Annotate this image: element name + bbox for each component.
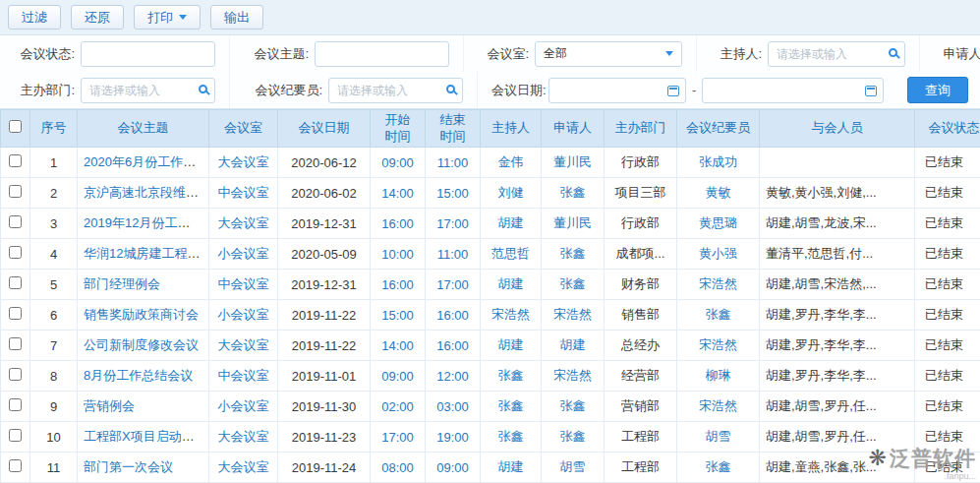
cell-applicant: 张鑫 — [542, 422, 605, 453]
cell-department: 工程部 — [605, 453, 677, 483]
meeting-subject-link[interactable]: 2020年6月份工作总结 — [84, 154, 208, 169]
meeting-subject-link[interactable]: 8月份工作总结会议 — [84, 368, 193, 383]
table-row: 9营销例会小会议室2019-11-3002:0003:00张鑫张鑫营销部宋浩然胡… — [1, 392, 980, 422]
export-button[interactable]: 输出 — [210, 5, 263, 30]
cell-subject[interactable]: 工程部X项目启动会议 — [78, 422, 209, 453]
query-button[interactable]: 查询 — [907, 77, 968, 103]
cell-subject[interactable]: 公司新制度修改会议 — [78, 331, 209, 361]
row-checkbox[interactable] — [9, 368, 22, 381]
row-checkbox[interactable] — [9, 276, 22, 289]
host-input[interactable] — [768, 41, 905, 67]
cell-seq: 6 — [30, 300, 78, 331]
cell-host: 胡建 — [481, 453, 542, 483]
meeting-subject-label: 会议主题: — [244, 45, 315, 63]
meeting-date-to-input[interactable] — [702, 78, 884, 103]
cell-start: 09:00 — [371, 148, 426, 178]
cell-date: 2019-11-30 — [278, 392, 371, 422]
meeting-subject-link[interactable]: 京沪高速北京段维修工程 — [84, 185, 209, 200]
header-start-time: 开始时间 — [371, 110, 426, 148]
row-checkbox-cell — [1, 270, 30, 300]
date-range-separator: - — [686, 83, 702, 97]
row-checkbox[interactable] — [9, 215, 22, 228]
department-input[interactable] — [81, 78, 215, 103]
meeting-subject-link[interactable]: 华润12城房建工程项目 — [84, 246, 209, 261]
cell-seq: 1 — [30, 148, 78, 178]
meeting-subject-input[interactable] — [315, 41, 449, 67]
cell-department: 总经办 — [605, 331, 677, 361]
row-checkbox[interactable] — [9, 307, 22, 320]
cell-subject[interactable]: 销售奖励政策商讨会 — [78, 300, 209, 331]
meeting-subject-link[interactable]: 部门经理例会 — [84, 276, 160, 291]
cell-room: 大会议室 — [209, 148, 278, 178]
cell-subject[interactable]: 华润12城房建工程项目 — [78, 239, 209, 270]
cell-subject[interactable]: 2019年12月份工作总结 — [78, 209, 209, 239]
row-checkbox[interactable] — [9, 429, 22, 442]
cell-applicant: 张鑫 — [542, 270, 605, 300]
cell-end: 15:00 — [426, 178, 481, 209]
search-icon[interactable] — [446, 85, 455, 93]
cell-department: 项目三部 — [605, 178, 677, 209]
cell-applicant: 胡雪 — [542, 453, 605, 483]
filter-meeting-status: 会议状态: — [10, 35, 230, 72]
meeting-subject-link[interactable]: 工程部X项目启动会议 — [84, 429, 207, 444]
cell-applicant: 董川民 — [542, 209, 605, 239]
meeting-date-from-input[interactable] — [548, 78, 686, 103]
meeting-status-input[interactable] — [81, 41, 215, 67]
cell-host: 金伟 — [481, 148, 542, 178]
header-recorder: 会议纪要员 — [677, 110, 760, 148]
cell-end: 11:00 — [426, 148, 481, 178]
search-icon[interactable] — [199, 85, 207, 93]
print-button[interactable]: 打印 — [134, 5, 201, 30]
meeting-subject-link[interactable]: 公司新制度修改会议 — [84, 337, 199, 352]
cell-date: 2020-05-09 — [278, 239, 371, 270]
cell-start: 08:00 — [371, 453, 426, 483]
cell-subject[interactable]: 部门经理例会 — [78, 270, 209, 300]
filter-applicant: 申请人: — [920, 35, 980, 72]
row-checkbox[interactable] — [9, 185, 22, 198]
cell-seq: 5 — [30, 270, 78, 300]
row-checkbox[interactable] — [9, 459, 22, 472]
recorder-input[interactable] — [328, 78, 463, 103]
restore-button[interactable]: 还原 — [71, 5, 124, 30]
row-checkbox[interactable] — [9, 337, 22, 350]
select-all-checkbox[interactable] — [9, 120, 22, 133]
row-checkbox-cell — [1, 300, 30, 331]
cell-department: 销售部 — [605, 300, 677, 331]
cell-subject[interactable]: 8月份工作总结会议 — [78, 361, 209, 392]
cell-date: 2020-06-12 — [278, 148, 371, 178]
cell-seq: 3 — [30, 209, 78, 239]
cell-date: 2020-06-02 — [278, 178, 371, 209]
calendar-icon[interactable] — [865, 86, 877, 96]
cell-subject[interactable]: 部门第一次会议 — [78, 453, 209, 483]
meeting-subject-link[interactable]: 2019年12月份工作总结 — [84, 215, 209, 230]
cell-recorder: 宋浩然 — [677, 331, 760, 361]
filter-meeting-date: 会议日期: - — [478, 72, 897, 108]
header-date: 会议日期 — [278, 110, 371, 148]
toolbar: 过滤 还原 打印 输出 — [0, 0, 980, 35]
cell-subject[interactable]: 营销例会 — [78, 392, 209, 422]
cell-end: 03:00 — [426, 392, 481, 422]
cell-status: 已结束 — [915, 392, 980, 422]
calendar-icon[interactable] — [667, 86, 679, 96]
meeting-subject-link[interactable]: 部门第一次会议 — [84, 459, 173, 474]
cell-end: 12:00 — [426, 361, 481, 392]
cell-department: 经营部 — [605, 361, 677, 392]
row-checkbox[interactable] — [9, 246, 22, 259]
filter-button[interactable]: 过滤 — [8, 5, 61, 30]
search-icon[interactable] — [889, 48, 897, 57]
row-checkbox[interactable] — [9, 154, 22, 167]
header-applicant: 申请人 — [542, 110, 605, 148]
row-checkbox[interactable] — [9, 398, 22, 411]
cell-attendees: 胡建,罗丹,李华,李... — [760, 331, 915, 361]
meeting-subject-link[interactable]: 销售奖励政策商讨会 — [84, 307, 199, 322]
cell-subject[interactable]: 2020年6月份工作总结 — [78, 148, 209, 178]
cell-subject[interactable]: 京沪高速北京段维修工程 — [78, 178, 209, 209]
cell-applicant: 张鑫 — [542, 178, 605, 209]
row-checkbox-cell — [1, 209, 30, 239]
meeting-room-select[interactable]: 全部 — [535, 41, 682, 67]
cell-end: 17:00 — [426, 209, 481, 239]
header-department: 主办部门 — [605, 110, 677, 148]
cell-recorder: 黄小强 — [677, 239, 760, 270]
meeting-subject-link[interactable]: 营销例会 — [84, 398, 135, 413]
meeting-date-label: 会议日期: — [491, 82, 548, 99]
